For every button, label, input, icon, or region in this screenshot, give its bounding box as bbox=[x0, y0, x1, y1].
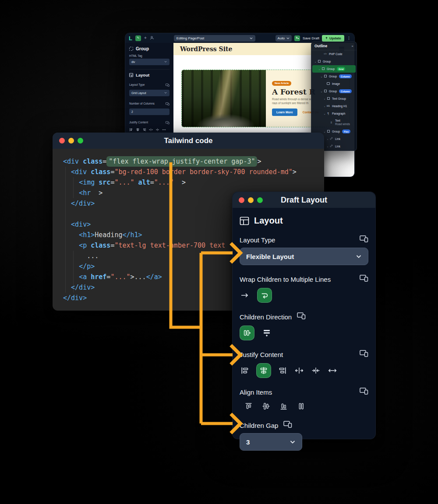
justify-evenly-icon[interactable] bbox=[162, 128, 166, 132]
group-icon bbox=[323, 75, 327, 78]
outline-node-group[interactable]: ⌄GroupColumn bbox=[311, 88, 357, 95]
forest-road-image[interactable] bbox=[182, 70, 266, 127]
children-gap-row: Children Gap bbox=[240, 421, 368, 430]
columns-input[interactable]: 2 bbox=[129, 108, 170, 115]
layout-type-value: Grid Layout bbox=[131, 91, 146, 94]
outline-node-paragraph[interactable]: ⌄¶Paragraph bbox=[311, 110, 357, 117]
outline-node-label: Heading H1 bbox=[332, 105, 347, 108]
align-center-icon[interactable] bbox=[261, 401, 271, 411]
justify-around-icon[interactable] bbox=[155, 128, 159, 132]
update-button[interactable]: Update bbox=[322, 35, 344, 42]
image-icon bbox=[326, 82, 330, 86]
outline-node-image[interactable]: Image bbox=[311, 80, 357, 88]
device-mode-dropdown[interactable]: Auto bbox=[276, 35, 292, 42]
chevron-right-icon[interactable]: › bbox=[323, 98, 326, 100]
outline-node-group[interactable]: ⌄GroupColumn bbox=[311, 73, 357, 80]
responsive-icon[interactable] bbox=[166, 99, 170, 107]
device-mode-value: Auto bbox=[278, 36, 285, 40]
html-tag-select[interactable]: div bbox=[129, 59, 170, 65]
chevron-right-icon[interactable]: › bbox=[326, 145, 329, 148]
align-items-label: Align Items bbox=[240, 388, 272, 396]
h1-icon: H1 bbox=[326, 105, 330, 108]
save-draft-button[interactable]: Save Draft bbox=[303, 36, 319, 40]
justify-evenly-icon[interactable] bbox=[327, 365, 338, 376]
chevron-right-icon[interactable]: › bbox=[323, 105, 326, 108]
page-selector-dropdown[interactable]: Editing Page/Post bbox=[174, 35, 255, 42]
direction-row-icon[interactable] bbox=[240, 326, 254, 340]
responsive-icon[interactable] bbox=[360, 350, 368, 359]
layout-type-label: Layout Type bbox=[129, 83, 145, 86]
justify-end-icon[interactable] bbox=[277, 365, 288, 376]
app-logo[interactable]: L bbox=[129, 35, 132, 41]
tree-view-icon[interactable] bbox=[294, 35, 300, 41]
align-stretch-icon[interactable] bbox=[296, 401, 306, 411]
chevron-down-icon[interactable]: ⌄ bbox=[323, 130, 326, 133]
align-end-icon[interactable] bbox=[278, 401, 289, 411]
outline-node-php-code[interactable]: </>PHP Code bbox=[311, 50, 357, 58]
no-wrap-icon[interactable] bbox=[240, 290, 250, 301]
para-icon: ¶ bbox=[326, 112, 330, 116]
add-icon[interactable]: + bbox=[144, 36, 147, 40]
outline-node-text-group[interactable]: ›Text Group bbox=[311, 95, 357, 102]
responsive-icon[interactable] bbox=[283, 421, 292, 430]
learn-more-button[interactable]: Learn More bbox=[272, 108, 297, 116]
justify-content-label: Justify Content bbox=[129, 121, 148, 124]
chevron-down-icon[interactable]: ⌄ bbox=[323, 112, 326, 115]
layout-type-badge: Flex bbox=[342, 130, 350, 133]
children-direction-row: Children Direction bbox=[240, 312, 368, 321]
outline-node-label: PHP Code bbox=[329, 52, 343, 56]
outline-node-group[interactable]: ⌄GroupGrid bbox=[312, 65, 356, 73]
link-icon bbox=[329, 137, 333, 141]
responsive-icon[interactable] bbox=[166, 80, 170, 88]
responsive-icon[interactable] bbox=[297, 312, 306, 321]
justify-content-label: Justify Content bbox=[240, 351, 283, 358]
justify-between-icon[interactable] bbox=[294, 365, 304, 376]
chevron-down-icon bbox=[290, 439, 296, 445]
edit-mode-icon[interactable]: ✎ bbox=[135, 35, 141, 41]
indent-guide bbox=[65, 167, 66, 293]
layout-type-value: Flexible Layout bbox=[246, 253, 294, 260]
responsive-icon[interactable] bbox=[360, 275, 368, 284]
group-icon bbox=[323, 90, 327, 93]
chevron-down-icon[interactable]: ⌄ bbox=[314, 60, 317, 63]
code-window-titlebar: Tailwind code bbox=[53, 133, 324, 149]
layout-icon bbox=[129, 73, 133, 77]
layout-type-badge: Column bbox=[339, 74, 351, 78]
layout-type-select[interactable]: Grid Layout bbox=[129, 90, 170, 96]
kebab-menu-icon[interactable]: ⋮ bbox=[347, 36, 351, 40]
justify-start-icon[interactable] bbox=[129, 128, 133, 132]
outline-node-heading-h1[interactable]: ›H1Heading H1 bbox=[311, 102, 357, 110]
justify-center-icon[interactable] bbox=[256, 363, 271, 378]
text-icon: ≡ bbox=[329, 121, 333, 124]
outline-node-label: Group bbox=[329, 90, 337, 93]
close-icon[interactable]: × bbox=[351, 44, 353, 48]
chevron-down-icon[interactable]: ⌄ bbox=[320, 90, 323, 93]
justify-end-icon[interactable] bbox=[142, 128, 146, 132]
columns-label: Number of Columns bbox=[129, 102, 155, 105]
chevron-down-icon[interactable]: ⌄ bbox=[318, 67, 321, 70]
columns-value: 2 bbox=[131, 110, 133, 113]
code-icon: </> bbox=[323, 53, 327, 56]
justify-around-icon[interactable] bbox=[311, 365, 321, 376]
outline-node-text[interactable]: ≡TextRoad winds bbox=[311, 117, 357, 128]
user-icon[interactable] bbox=[150, 36, 154, 41]
justify-start-icon[interactable] bbox=[240, 365, 250, 376]
chevron-down-icon[interactable]: ⌄ bbox=[320, 75, 323, 78]
responsive-icon[interactable] bbox=[360, 388, 368, 396]
outline-node-group[interactable]: ⌄Group bbox=[311, 58, 357, 65]
justify-between-icon[interactable] bbox=[149, 128, 153, 132]
chevron-right-icon[interactable]: › bbox=[326, 138, 329, 140]
layout-type-select[interactable]: Flexible Layout bbox=[240, 248, 368, 265]
wrap-icon[interactable] bbox=[257, 288, 272, 303]
draft-window-title: Draft Layout bbox=[233, 196, 375, 205]
html-tag-label: HTML Tag bbox=[129, 54, 142, 57]
align-start-icon[interactable] bbox=[243, 401, 254, 411]
divider bbox=[129, 69, 170, 70]
justify-center-icon[interactable] bbox=[136, 128, 140, 132]
outline-node-label: Group bbox=[329, 75, 337, 78]
responsive-icon[interactable] bbox=[166, 118, 170, 126]
direction-column-icon[interactable] bbox=[261, 328, 272, 338]
children-gap-select[interactable]: 3 bbox=[240, 433, 302, 451]
responsive-icon[interactable] bbox=[360, 235, 368, 244]
direction-options bbox=[240, 326, 368, 340]
